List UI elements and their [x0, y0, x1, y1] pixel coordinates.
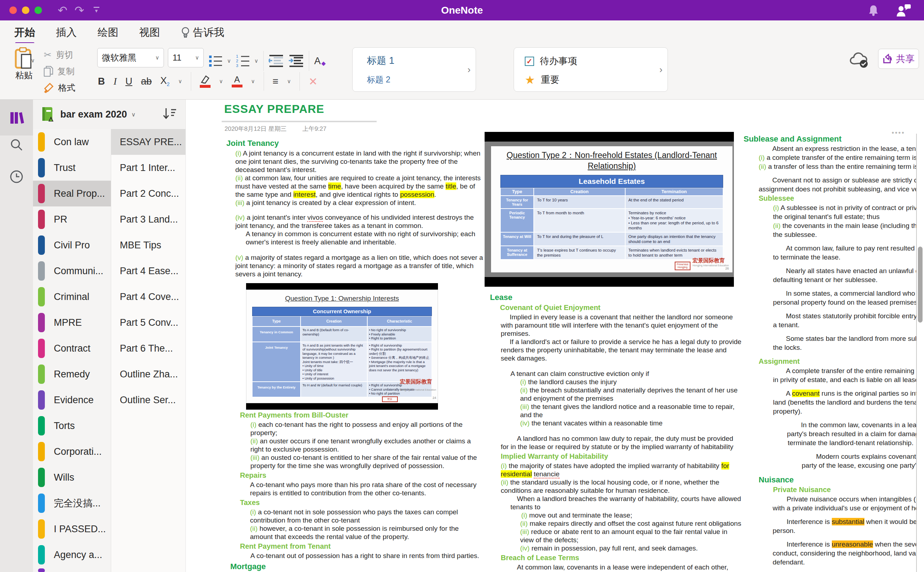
- strikethrough-button[interactable]: ab: [141, 76, 152, 87]
- paste-button[interactable]: 粘贴: [9, 47, 39, 81]
- sidebar-section-item[interactable]: Wills: [33, 465, 111, 490]
- notebooks-library-button[interactable]: [0, 99, 33, 135]
- section-label: Corporati...: [54, 446, 102, 457]
- cut-button[interactable]: ✂ 剪切: [44, 49, 75, 61]
- styles-gallery[interactable]: 标题 1 标题 2 ›: [352, 47, 476, 92]
- sidebar-section-item[interactable]: Criminal: [33, 284, 111, 310]
- text-column-right[interactable]: Sublease and AssignmentAbsent an express…: [742, 134, 917, 572]
- page-list-item[interactable]: Part 4 Ease...: [111, 258, 185, 284]
- italic-button[interactable]: I: [114, 76, 117, 87]
- tab-home[interactable]: 开始: [14, 25, 35, 40]
- embedded-slide-image-2[interactable]: Question Type 2：Non-freehold Estates (La…: [485, 132, 734, 287]
- page-list-item[interactable]: Outline Ser...: [111, 387, 185, 413]
- page-list-item[interactable]: Part 1 Inter...: [111, 155, 185, 180]
- section-label: Criminal: [54, 291, 89, 303]
- slide1-watermark: 宏景 宏景国际教育 Hongjing International Educati…: [382, 378, 436, 402]
- bullet-list-chevron[interactable]: ∨: [227, 58, 231, 64]
- page-list-item[interactable]: Part 3 Land...: [111, 207, 185, 232]
- highlight-color-chevron[interactable]: ∨: [219, 78, 223, 85]
- sidebar-section-item[interactable]: Con law: [33, 129, 111, 155]
- section-color-tab: [38, 442, 45, 461]
- copy-button[interactable]: 复制: [44, 65, 75, 78]
- paragraph-alignment-chevron[interactable]: ∨: [287, 78, 291, 85]
- zoom-window-button[interactable]: [34, 6, 42, 14]
- page-list-item[interactable]: Part 5 Conv...: [111, 310, 185, 336]
- page-list-item[interactable]: Part 2 Conc...: [111, 180, 185, 207]
- sidebar-section-item[interactable]: I PASSED...: [33, 516, 111, 542]
- page-list-item[interactable]: Outline Zha...: [111, 361, 185, 387]
- close-window-button[interactable]: [9, 6, 17, 14]
- notifications-bell-icon[interactable]: [868, 5, 879, 16]
- customize-toolbar-icon[interactable]: ▼: [93, 7, 99, 14]
- tag-important[interactable]: ★ 重要: [525, 73, 559, 86]
- text-line: [742, 535, 916, 540]
- font-size-select[interactable]: 11∨: [168, 48, 204, 67]
- style-heading1[interactable]: 标题 1: [367, 54, 394, 67]
- highlight-color-button[interactable]: [200, 75, 210, 88]
- sidebar-section-item[interactable]: Evidence: [33, 387, 111, 413]
- vertical-scrollbar-thumb[interactable]: [918, 247, 922, 323]
- delete-icon[interactable]: ✕: [309, 75, 318, 88]
- subscript-chevron[interactable]: ∨: [178, 78, 182, 85]
- notebook-title[interactable]: bar exam 2020: [60, 109, 127, 120]
- sidebar-section-item[interactable]: Corporati...: [33, 439, 111, 465]
- sidebar-section-item[interactable]: Agency a...: [33, 542, 111, 568]
- text-column-middle[interactable]: LeaseCovenant of Quiet EnjoymentImplied …: [488, 291, 742, 572]
- search-button[interactable]: [0, 138, 33, 151]
- page-title-underline: [222, 121, 377, 122]
- sidebar-section-item[interactable]: Trust: [33, 155, 111, 180]
- embedded-slide-image-1[interactable]: Question Type 1: Ownership Interests Con…: [246, 283, 438, 410]
- share-people-icon[interactable]: [896, 4, 911, 17]
- bold-button[interactable]: B: [98, 76, 105, 87]
- numbered-list-chevron[interactable]: ∨: [254, 58, 258, 64]
- indent-icon[interactable]: [289, 55, 304, 67]
- share-button[interactable]: 共享: [878, 49, 919, 69]
- sidebar-section-item[interactable]: Civil Pro: [33, 232, 111, 258]
- subscript-button[interactable]: X2: [160, 75, 170, 87]
- minimize-window-button[interactable]: [22, 6, 30, 14]
- paste-menu-chevron[interactable]: ∨: [31, 58, 35, 64]
- format-painter-button[interactable]: 格式: [44, 82, 75, 94]
- tab-draw[interactable]: 绘图: [98, 25, 118, 40]
- sidebar-section-item[interactable]: Real Prop...: [33, 180, 111, 207]
- style-heading2[interactable]: 标题 2: [367, 74, 390, 85]
- sidebar-section-item[interactable]: [33, 568, 111, 572]
- recent-notes-button[interactable]: [0, 170, 33, 183]
- sidebar-section-item[interactable]: MPRE: [33, 310, 111, 336]
- undo-icon[interactable]: ↶: [58, 5, 67, 16]
- sidebar-section-item[interactable]: Contract: [33, 336, 111, 361]
- tab-insert[interactable]: 插入: [56, 25, 77, 40]
- outdent-icon[interactable]: [269, 55, 284, 67]
- sidebar-section-item[interactable]: Torts: [33, 413, 111, 439]
- sidebar-section-item[interactable]: Remedy: [33, 361, 111, 387]
- redo-icon[interactable]: ↷: [75, 5, 84, 16]
- text-column-left[interactable]: Joint Tenancy(i) A joint tenancy is a co…: [226, 137, 483, 572]
- font-name-select[interactable]: 微软雅黑∨: [97, 48, 164, 67]
- tag-todo[interactable]: ✓ 待办事项: [525, 55, 577, 67]
- notebook-chevron-down-icon[interactable]: ∨: [131, 111, 136, 118]
- clear-formatting-icon[interactable]: A◆: [314, 56, 321, 67]
- table-cell: At the end of the stated period: [625, 196, 723, 208]
- font-color-chevron[interactable]: ∨: [251, 78, 255, 85]
- sidebar-section-item[interactable]: 完全没搞...: [33, 490, 111, 516]
- tags-gallery[interactable]: ✓ 待办事项 ★ 重要 ›: [514, 47, 668, 92]
- bullet-list-icon[interactable]: [209, 56, 222, 67]
- sidebar-section-item[interactable]: Communi...: [33, 258, 111, 284]
- tags-gallery-chevron[interactable]: ›: [659, 64, 662, 75]
- page-list-item[interactable]: ESSAY PRE...: [111, 129, 185, 155]
- tab-tell-me[interactable]: 告诉我: [181, 25, 224, 40]
- underline-button[interactable]: U: [126, 76, 133, 87]
- tab-view[interactable]: 视图: [139, 25, 160, 40]
- page-canvas[interactable]: ESSAY PREPARE 2020年8月12日 星期三上午9:27 Joint…: [185, 99, 924, 572]
- styles-gallery-chevron[interactable]: ›: [467, 64, 471, 75]
- sort-pages-icon[interactable]: [162, 107, 177, 120]
- paragraph-alignment-icon[interactable]: ≡: [273, 76, 278, 87]
- numbered-list-icon[interactable]: 123: [236, 55, 249, 67]
- page-list-item[interactable]: MBE Tips: [111, 232, 185, 258]
- page-list-item[interactable]: Part 4 Cove...: [111, 284, 185, 310]
- sidebar-section-item[interactable]: PR: [33, 207, 111, 232]
- page-title[interactable]: ESSAY PREPARE: [224, 103, 324, 116]
- page-list-item[interactable]: Part 6 The...: [111, 336, 185, 361]
- font-color-button[interactable]: A: [232, 76, 243, 87]
- table-cell: Tenancy in Common: [252, 326, 301, 342]
